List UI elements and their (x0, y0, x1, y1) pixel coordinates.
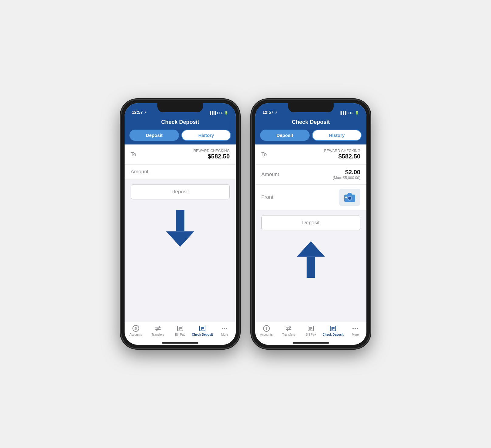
deposit-btn-container-left: Deposit (125, 179, 236, 204)
amount-row-right[interactable]: Amount $2.00 (Max: $5,000.00) (255, 165, 366, 185)
arrow-container-left (125, 204, 236, 253)
lte-right: LTE (348, 111, 354, 115)
nav-checkdeposit-left[interactable]: Check Deposit (191, 325, 214, 336)
bottom-nav-right: $ Accounts Transfers Bill Pay (255, 322, 366, 342)
more-label-right: More (352, 333, 359, 336)
nav-more-left[interactable]: More (214, 325, 236, 336)
balance-right: $582.50 (324, 153, 360, 160)
front-label-right: Front (261, 194, 273, 200)
lte-left: LTE (217, 111, 223, 115)
app-header-left: Check Deposit (125, 117, 236, 130)
header-title-left: Check Deposit (161, 119, 199, 125)
screen-right: 12:57 ↗ ▐▐▐ LTE 🔋 Check Deposit Deposit … (255, 103, 366, 345)
accounts-icon-right: $ (263, 325, 270, 332)
gray-area-left: Deposit (125, 179, 236, 322)
tab-deposit-left[interactable]: Deposit (129, 130, 179, 141)
battery-left: 🔋 (224, 111, 228, 115)
svg-rect-0 (176, 210, 184, 231)
more-label-left: More (221, 333, 228, 336)
screen-left: 12:57 ↗ ▐▐▐ LTE 🔋 Check Deposit Deposit … (125, 103, 236, 345)
transfers-icon-left (154, 325, 162, 332)
svg-point-14 (226, 328, 227, 329)
svg-point-34 (357, 328, 358, 329)
notch-right (288, 103, 334, 112)
phone-left: 12:57 ↗ ▐▐▐ LTE 🔋 Check Deposit Deposit … (121, 100, 239, 348)
checkdeposit-label-left: Check Deposit (192, 333, 213, 336)
more-icon-right (352, 325, 359, 332)
svg-marker-1 (166, 231, 194, 247)
accounts-label-left: Accounts (129, 333, 142, 336)
svg-text:$: $ (135, 327, 137, 330)
checkdeposit-label-right: Check Deposit (322, 333, 343, 336)
svg-text:$: $ (266, 327, 267, 330)
amount-max-right: (Max: $5,000.00) (333, 176, 360, 180)
notch-left (157, 103, 203, 112)
signal-left: ▐▐▐ (209, 111, 216, 115)
checkdeposit-icon-right (329, 325, 337, 332)
billpay-label-left: Bill Pay (175, 333, 185, 336)
camera-icon-right (344, 192, 356, 202)
nav-transfers-left[interactable]: Transfers (147, 325, 169, 336)
deposit-button-right[interactable]: Deposit (261, 215, 360, 230)
nav-transfers-right[interactable]: Transfers (277, 325, 300, 336)
svg-point-32 (352, 328, 354, 329)
nav-more-right[interactable]: More (344, 325, 366, 336)
svg-point-13 (224, 328, 225, 329)
down-arrow-left (165, 210, 195, 247)
home-indicator-left (125, 342, 236, 345)
deposit-button-left[interactable]: Deposit (131, 184, 230, 199)
camera-button-right[interactable] (339, 189, 360, 206)
header-title-right: Check Deposit (292, 119, 330, 125)
tab-deposit-right[interactable]: Deposit (260, 130, 310, 141)
nav-accounts-left[interactable]: $ Accounts (125, 325, 147, 336)
accounts-icon-left: $ (132, 325, 139, 332)
svg-point-12 (222, 328, 223, 329)
to-label-right: To (261, 151, 267, 158)
more-icon-left (221, 325, 228, 332)
gray-area-right: Deposit (255, 210, 366, 322)
account-name-right: REWARD CHECKING (324, 149, 360, 153)
transfers-icon-right (285, 325, 292, 332)
up-arrow-right (296, 241, 326, 278)
time-left: 12:57 (132, 110, 143, 115)
home-indicator-right (255, 342, 366, 345)
transfers-label-left: Transfers (152, 333, 164, 336)
nav-accounts-right[interactable]: $ Accounts (255, 325, 277, 336)
checkdeposit-icon-left (199, 325, 206, 332)
to-label-left: To (131, 151, 136, 158)
bottom-nav-left: $ Accounts Transfers Bill Pay (125, 322, 236, 342)
svg-point-17 (348, 197, 351, 200)
front-row-right: Front (255, 185, 366, 210)
accounts-label-right: Accounts (260, 333, 273, 336)
amount-value-right: $2.00 (333, 169, 360, 176)
location-icon-left: ↗ (144, 111, 146, 114)
deposit-btn-container-right: Deposit (255, 210, 366, 235)
billpay-icon-left (177, 325, 184, 332)
amount-row-left[interactable]: Amount (125, 165, 236, 179)
to-row-right: To REWARD CHECKING $582.50 (255, 144, 366, 165)
transfers-label-right: Transfers (282, 333, 295, 336)
tab-bar-top-left: Deposit History (125, 130, 236, 144)
nav-billpay-right[interactable]: Bill Pay (300, 325, 322, 336)
tab-bar-top-right: Deposit History (255, 130, 366, 144)
to-row-left: To REWARD CHECKING $582.50 (125, 144, 236, 165)
billpay-icon-right (307, 325, 314, 332)
nav-checkdeposit-right[interactable]: Check Deposit (322, 325, 344, 336)
time-right: 12:57 (263, 110, 273, 115)
balance-left: $582.50 (193, 153, 230, 160)
billpay-label-right: Bill Pay (306, 333, 316, 336)
signal-right: ▐▐▐ (339, 111, 346, 115)
amount-label-right: Amount (261, 171, 279, 178)
svg-marker-20 (297, 241, 325, 257)
arrow-container-right (255, 235, 366, 284)
account-name-left: REWARD CHECKING (193, 149, 230, 153)
nav-billpay-left[interactable]: Bill Pay (169, 325, 191, 336)
tab-history-right[interactable]: History (312, 130, 362, 141)
svg-point-33 (355, 328, 356, 329)
svg-rect-21 (307, 257, 315, 278)
battery-right: 🔋 (355, 111, 359, 115)
phone-right: 12:57 ↗ ▐▐▐ LTE 🔋 Check Deposit Deposit … (252, 100, 370, 348)
amount-label-left: Amount (131, 169, 149, 175)
tab-history-left[interactable]: History (181, 130, 231, 141)
location-icon-right: ↗ (275, 111, 277, 114)
